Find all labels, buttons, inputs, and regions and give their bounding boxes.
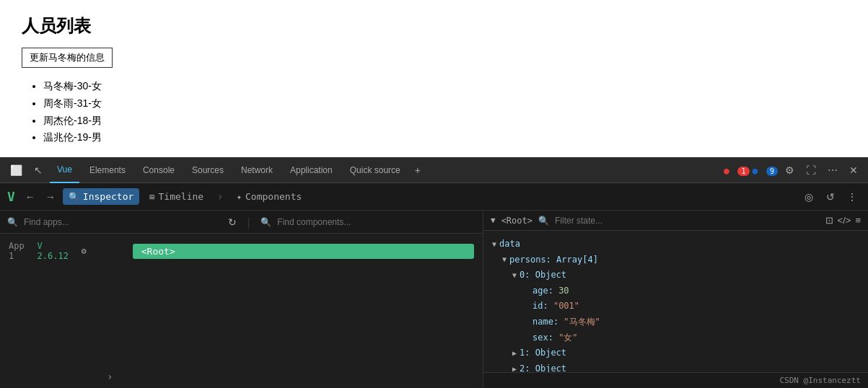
toolbar-right: ● 1 ● 9 ⚙ ⛶ ⋯ ✕ bbox=[724, 162, 862, 179]
tree-arrow-item1[interactable]: ▶ bbox=[512, 347, 517, 360]
right-header: ▼ <Root> 🔍 ⊡ </> ≡ bbox=[483, 211, 868, 231]
devtools-toolbar: ⬜ ↖ Vue Elements Console Sources Network… bbox=[0, 157, 868, 183]
more-vue-btn[interactable]: ⋮ bbox=[843, 188, 861, 206]
tree-key-id: id: bbox=[532, 299, 548, 314]
code-icon-btn[interactable]: </> bbox=[838, 215, 851, 226]
tree-arrow-data[interactable]: ▼ bbox=[492, 238, 496, 251]
vue-logo: V bbox=[7, 189, 15, 204]
tree-item1-row: ▶ 1: Object bbox=[492, 345, 859, 361]
right-header-right: ⊡ </> ≡ bbox=[825, 215, 861, 226]
tree-key-sex: sex: bbox=[532, 330, 553, 346]
tree-arrow-persons[interactable]: ▼ bbox=[502, 253, 507, 266]
warning-badge: ● 9 bbox=[753, 163, 779, 177]
find-components-search-icon: 🔍 bbox=[260, 217, 271, 227]
tab-sources[interactable]: Sources bbox=[185, 157, 231, 183]
filter-state-search-icon: 🔍 bbox=[538, 216, 549, 226]
tree-value-sex: "女" bbox=[558, 330, 577, 346]
tab-console[interactable]: Console bbox=[136, 157, 182, 183]
root-component[interactable]: <Root> bbox=[133, 244, 474, 259]
tree-arrow-icon: ▼ bbox=[491, 216, 496, 225]
list-item: 温兆伦-19-男 bbox=[43, 129, 846, 146]
tree-key-data: data bbox=[499, 237, 520, 252]
tab-network[interactable]: Network bbox=[234, 157, 280, 183]
tree-key-item0: 0: Object bbox=[520, 268, 566, 283]
more-icon-btn[interactable]: ⋯ bbox=[823, 162, 842, 179]
tree-key-item2: 2: Object bbox=[520, 361, 566, 372]
find-apps-search-icon: 🔍 bbox=[7, 217, 18, 227]
devtools-panel: ⬜ ↖ Vue Elements Console Sources Network… bbox=[0, 157, 868, 388]
target-icon-btn[interactable]: ◎ bbox=[800, 188, 817, 206]
add-tab-btn[interactable]: + bbox=[411, 162, 425, 179]
inspector-icon: 🔍 bbox=[69, 192, 79, 202]
close-icon-btn[interactable]: ✕ bbox=[845, 162, 862, 179]
tab-application[interactable]: Application bbox=[283, 157, 340, 183]
tree-age-row: age: 30 bbox=[492, 283, 859, 299]
tree-key-name: name: bbox=[532, 314, 558, 330]
tree-item2-row: ▶ 2: Object bbox=[492, 361, 859, 372]
tab-inspector[interactable]: 🔍 Inspector bbox=[63, 188, 139, 205]
tree-value-age: 30 bbox=[558, 283, 569, 299]
tree-sex-row: sex: "女" bbox=[492, 330, 859, 346]
tree-arrow-item0[interactable]: ▼ bbox=[512, 269, 517, 282]
update-button[interactable]: 更新马冬梅的信息 bbox=[22, 48, 113, 68]
find-components-input[interactable] bbox=[277, 217, 475, 227]
tab-elements[interactable]: Elements bbox=[82, 157, 133, 183]
right-panel: ▼ <Root> 🔍 ⊡ </> ≡ ▼ data ▼ bbox=[483, 211, 868, 388]
forward-btn[interactable]: → bbox=[43, 190, 58, 204]
error-badge: ● 1 bbox=[724, 163, 750, 177]
left-panel: 🔍 ↻ | 🔍 App 1 V 2.6.12 ⚙ <Root> › bbox=[0, 211, 483, 388]
tab-quick-source[interactable]: Quick source bbox=[343, 157, 408, 183]
components-area: App 1 V 2.6.12 ⚙ <Root> bbox=[0, 234, 483, 388]
refresh-icon-btn[interactable]: ↺ bbox=[822, 188, 839, 206]
device-icon-btn[interactable]: ⬜ bbox=[6, 162, 27, 179]
dock-icon-btn[interactable]: ⛶ bbox=[802, 162, 820, 179]
vue-subbar: V ← → 🔍 Inspector ⊞ Timeline › ✦ Compone… bbox=[0, 183, 868, 211]
timeline-icon: ⊞ bbox=[149, 192, 154, 202]
tree-value-id: "001" bbox=[553, 299, 579, 314]
credit-text: CSDN @Instanceztt bbox=[779, 376, 861, 385]
root-tag: <Root> bbox=[501, 216, 532, 226]
filter-state-input[interactable] bbox=[555, 216, 663, 226]
app-row: App 1 V 2.6.12 ⚙ <Root> bbox=[0, 238, 483, 264]
tree-value-name: "马冬梅" bbox=[564, 314, 600, 330]
components-label: Components bbox=[245, 191, 302, 202]
tree-key-persons: persons: Array[4] bbox=[509, 252, 598, 268]
devtools-body: 🔍 ↻ | 🔍 App 1 V 2.6.12 ⚙ <Root> › bbox=[0, 211, 868, 388]
tree-item0-row: ▼ 0: Object bbox=[492, 268, 859, 283]
data-tree: ▼ data ▼ persons: Array[4] ▼ 0: Object a… bbox=[483, 231, 868, 372]
tree-key-age: age: bbox=[532, 283, 553, 299]
tree-name-row: name: "马冬梅" bbox=[492, 314, 859, 330]
devtools-footer: CSDN @Instanceztt bbox=[483, 372, 868, 388]
find-apps-input[interactable] bbox=[24, 217, 222, 227]
inspector-label: Inspector bbox=[83, 191, 133, 202]
collapse-arrow[interactable]: › bbox=[107, 371, 113, 382]
person-list: 马冬梅-30-女 周冬雨-31-女 周杰伦-18-男 温兆伦-19-男 bbox=[22, 78, 846, 146]
page-title: 人员列表 bbox=[22, 14, 846, 38]
back-btn[interactable]: ← bbox=[22, 190, 38, 204]
tree-id-row: id: "001" bbox=[492, 299, 859, 314]
separator: › bbox=[216, 190, 224, 203]
tree-arrow-item2[interactable]: ▶ bbox=[512, 363, 517, 372]
app-version: V 2.6.12 bbox=[38, 241, 79, 261]
inspect-icon-btn[interactable]: ↖ bbox=[30, 162, 47, 179]
list-item: 周冬雨-31-女 bbox=[43, 95, 846, 113]
expand-icon-btn[interactable]: ≡ bbox=[855, 215, 861, 226]
tab-vue[interactable]: Vue bbox=[50, 157, 79, 183]
refresh-btn[interactable]: ↻ bbox=[228, 216, 237, 228]
settings-icon-btn[interactable]: ⚙ bbox=[781, 162, 799, 179]
page-content: 人员列表 更新马冬梅的信息 马冬梅-30-女 周冬雨-31-女 周杰伦-18-男… bbox=[0, 0, 868, 157]
timeline-label: Timeline bbox=[159, 191, 204, 202]
tab-timeline[interactable]: ⊞ Timeline bbox=[144, 188, 209, 205]
tree-data-row: ▼ data bbox=[492, 237, 859, 252]
list-item: 马冬梅-30-女 bbox=[43, 78, 846, 95]
tree-persons-row: ▼ persons: Array[4] bbox=[492, 252, 859, 268]
vue-subbar-right: ◎ ↺ ⋮ bbox=[800, 188, 861, 206]
tab-components[interactable]: ✦ Components bbox=[231, 188, 308, 205]
app-settings-icon[interactable]: ⚙ bbox=[82, 246, 87, 256]
tree-key-item1: 1: Object bbox=[520, 345, 566, 361]
components-icon: ✦ bbox=[237, 192, 242, 202]
screenshot-icon-btn[interactable]: ⊡ bbox=[825, 215, 833, 226]
list-item: 周杰伦-18-男 bbox=[43, 113, 846, 130]
search-bar: 🔍 ↻ | 🔍 bbox=[0, 211, 483, 234]
app-label: App 1 bbox=[9, 241, 35, 261]
